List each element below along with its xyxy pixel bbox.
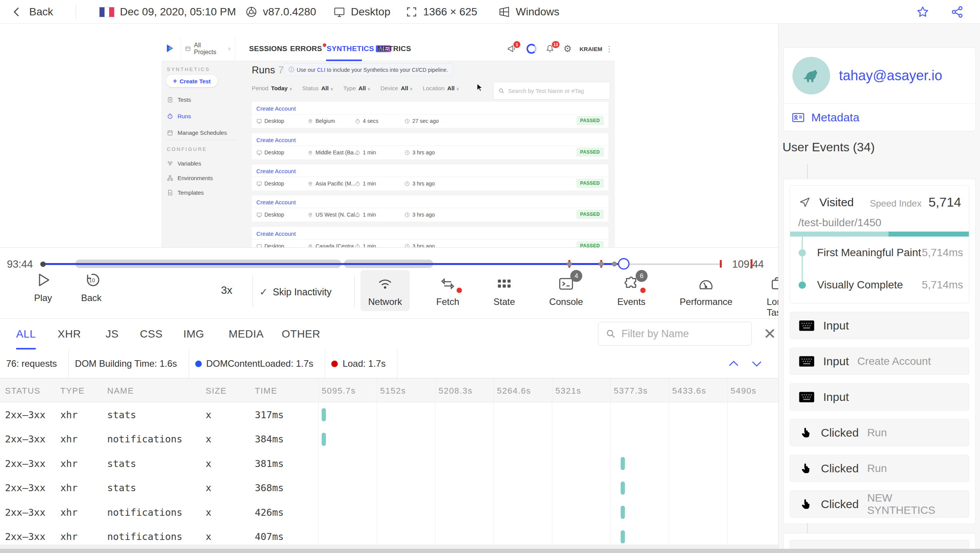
bell-icon: 13 bbox=[545, 36, 555, 61]
monitor-cell: Desktop bbox=[256, 114, 284, 127]
hand-icon bbox=[799, 497, 812, 511]
resolution-info: 1366 × 625 bbox=[405, 0, 477, 24]
network-toggle[interactable]: Network bbox=[360, 270, 410, 311]
time-column-header: 5095.7s bbox=[322, 379, 356, 403]
time-column-header: 5377.3s bbox=[614, 379, 648, 403]
clipboard-icon bbox=[167, 96, 173, 103]
sidebar-item-manage-schedules: Manage Schedules bbox=[167, 129, 227, 136]
clock-cell: 3 hrs ago bbox=[404, 146, 435, 159]
metadata-button[interactable]: Metadata bbox=[784, 104, 975, 131]
run-detail-row: DesktopCanada (Centra...1 min3 hrs agoPA… bbox=[252, 240, 608, 248]
tab-css[interactable]: CSS bbox=[140, 319, 163, 349]
page-metric-visually-complete: Visually Complete5,714ms bbox=[790, 278, 969, 292]
event-item-click[interactable]: ClickedRun bbox=[790, 419, 969, 446]
timeline-track[interactable] bbox=[40, 263, 723, 265]
time-column-header: 5433.6s bbox=[672, 379, 706, 403]
console-toggle[interactable]: 4Console bbox=[541, 270, 591, 311]
kebab-menu-icon: ⋮ bbox=[605, 36, 613, 61]
event-item-input[interactable]: Input bbox=[790, 383, 969, 411]
error-marker bbox=[720, 260, 722, 268]
playback-speed[interactable]: 3x bbox=[221, 284, 233, 296]
user-email[interactable]: tahay@asayer.io bbox=[839, 68, 942, 84]
visited-progress-bar bbox=[790, 232, 969, 237]
tab-other[interactable]: OTHER bbox=[282, 319, 321, 349]
event-item-input[interactable]: InputCreate Account bbox=[790, 348, 969, 375]
performance-toggle[interactable]: Performance bbox=[672, 270, 740, 311]
status-badge: PASSED bbox=[576, 241, 604, 248]
share-button[interactable] bbox=[950, 0, 964, 24]
chrome-icon bbox=[245, 6, 257, 18]
cell-time: 407ms bbox=[255, 525, 284, 545]
app-top-nav: All Projects ∨ SESSIONS ERRORS SYNTHETIC… bbox=[161, 36, 615, 61]
table-row[interactable]: 2xx–3xxxhrstatsx317ms bbox=[0, 402, 778, 427]
domcontentloaded-time: DOMContentLoaded: 1.7s bbox=[189, 349, 326, 378]
replayed-app: All Projects ∨ SESSIONS ERRORS SYNTHETIC… bbox=[161, 36, 615, 248]
fetch-toggle[interactable]: Fetch bbox=[429, 270, 467, 311]
keyboard-icon bbox=[799, 391, 815, 403]
network-filter-input[interactable]: Filter by Name bbox=[598, 322, 752, 346]
session-date: Dec 09, 2020, 05:10 PM bbox=[99, 0, 236, 24]
app-sidebar-heading: SYNTHETICS bbox=[167, 66, 210, 72]
table-row[interactable]: 2xx–3xxxhrnotificationsx407ms bbox=[0, 525, 778, 545]
visited-event-card[interactable]: Visited Speed Index 5,714 /test-builder/… bbox=[790, 185, 969, 303]
run-name-link: Create Account bbox=[252, 197, 608, 208]
run-group: Create AccountDesktopCanada (Centra...1 … bbox=[252, 227, 608, 248]
playhead-handle[interactable] bbox=[618, 258, 630, 270]
app-sidebar: SYNTHETICS +Create Test TestsRunsManage … bbox=[161, 61, 244, 248]
cell-name: notifications bbox=[107, 427, 183, 452]
favorite-button[interactable] bbox=[916, 0, 930, 24]
horizontal-scrollbar[interactable] bbox=[0, 549, 980, 553]
sidebar-item-label: Runs bbox=[178, 113, 191, 119]
tab-img[interactable]: IMG bbox=[183, 319, 204, 349]
network-filter-placeholder: Filter by Name bbox=[621, 328, 689, 340]
tab-media[interactable]: MEDIA bbox=[229, 319, 264, 349]
tab-js[interactable]: JS bbox=[106, 319, 119, 349]
prev-request-button[interactable] bbox=[728, 359, 740, 368]
app-logo bbox=[164, 36, 176, 61]
fetch-alert-dot bbox=[457, 288, 462, 293]
sidebar-item-label: Tests bbox=[178, 96, 191, 103]
sidebar-item-templates: Templates bbox=[167, 189, 204, 196]
state-toggle[interactable]: State bbox=[486, 270, 523, 311]
cell-type: xhr bbox=[60, 427, 78, 452]
back-button[interactable]: 10Back bbox=[81, 271, 101, 303]
back-button[interactable]: Back bbox=[11, 0, 53, 24]
tab-xhr[interactable]: XHR bbox=[58, 319, 81, 349]
check-icon: ✓ bbox=[259, 286, 268, 298]
request-waterfall-bar bbox=[621, 506, 625, 519]
table-row[interactable]: 2xx–3xxxhrstatsx381ms bbox=[0, 451, 778, 476]
cell-size: x bbox=[206, 476, 211, 500]
cell-size: x bbox=[206, 451, 211, 476]
status-badge: PASSED bbox=[576, 179, 604, 188]
france-flag-icon bbox=[99, 7, 115, 17]
events-toggle[interactable]: 6Events bbox=[610, 270, 653, 311]
keyboard-icon bbox=[799, 320, 815, 331]
sidebar-item-variables: Variables bbox=[167, 160, 201, 167]
table-row[interactable]: 2xx–3xxxhrstatsx368ms bbox=[0, 476, 778, 500]
play-button[interactable]: Play bbox=[34, 271, 52, 303]
close-panel-button[interactable]: ✕ bbox=[760, 324, 778, 343]
event-item-input[interactable]: Input bbox=[790, 312, 969, 339]
table-row[interactable]: 2xx–3xxxhrnotificationsx384ms bbox=[0, 427, 778, 452]
calendar-icon bbox=[167, 129, 173, 136]
run-name-link: Create Account bbox=[252, 166, 608, 177]
avatar bbox=[792, 57, 830, 94]
app-tab-metrics: METRICS bbox=[377, 36, 411, 61]
app-user-name: KRAIEM bbox=[580, 36, 602, 61]
table-scroll-gutter bbox=[0, 545, 778, 549]
run-detail-row: DesktopBelgium4 secs27 sec agoPASSED bbox=[252, 114, 608, 127]
filter-location: LocationAll∨ bbox=[423, 85, 459, 91]
event-item-click[interactable]: ClickedNEW SYNTHETICS bbox=[790, 490, 969, 518]
navigate-icon bbox=[799, 196, 811, 209]
user-card: tahay@asayer.io Metadata bbox=[783, 47, 976, 131]
cell-name: notifications bbox=[107, 525, 183, 545]
skip-inactivity-toggle[interactable]: ✓ Skip Inactivity bbox=[259, 286, 332, 298]
tab-all[interactable]: ALL bbox=[16, 319, 36, 349]
table-row[interactable]: 2xx–3xxxhrnotificationsx426ms bbox=[0, 500, 778, 525]
runs-filters: PeriodToday∨StatusAll∨TypeAll∨DeviceAll∨… bbox=[252, 85, 459, 91]
close-icon: ✕ bbox=[763, 325, 776, 343]
pin-cell: Canada (Centra... bbox=[307, 240, 358, 248]
filter-status: StatusAll∨ bbox=[302, 85, 333, 91]
event-item-click[interactable]: ClickedRun bbox=[790, 455, 969, 482]
next-request-button[interactable] bbox=[751, 359, 763, 368]
